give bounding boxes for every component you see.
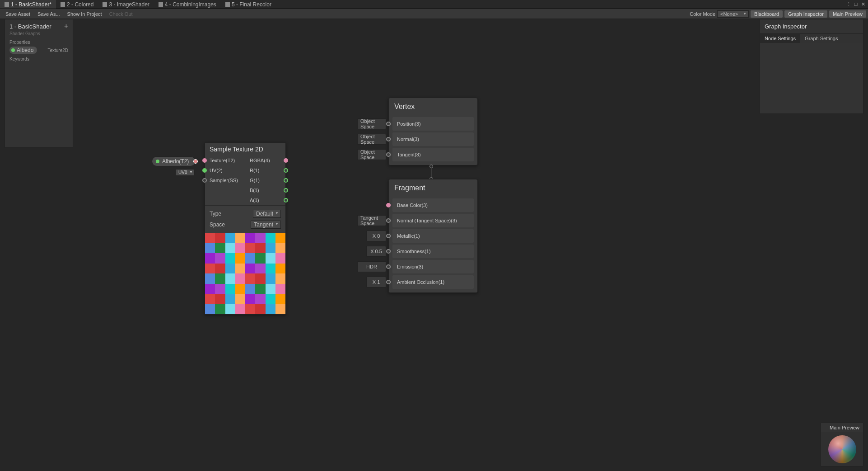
fragment-row-basecolor[interactable]: Base Color(3) [392, 198, 474, 212]
fragment-row-emission[interactable]: HDREmission(3) [392, 260, 474, 273]
blackboard-subtitle: Shader Graphs [5, 31, 73, 38]
port-label: Smoothness(1) [392, 249, 435, 254]
port-label: Metallic(1) [392, 233, 425, 239]
shader-icon [225, 2, 230, 7]
tab-label: 5 - Final Recolor [232, 1, 271, 8]
fragment-row-smoothness[interactable]: X 0.5Smoothness(1) [392, 245, 474, 258]
shader-icon [61, 2, 65, 7]
tab-combiningimages[interactable]: 4 - CombiningImages [154, 0, 221, 9]
node-title: Vertex [389, 98, 477, 115]
graph-canvas[interactable]: 1 - BasicShader + Shader Graphs Properti… [0, 19, 868, 471]
pre-label: X 0.5 [366, 246, 386, 257]
pre-label: Object Space [357, 134, 386, 145]
property-name: Albedo [17, 47, 33, 53]
pre-label: HDR [357, 261, 386, 272]
main-preview-panel[interactable]: Main Preview [821, 423, 863, 466]
inspector-title: Graph Inspector [760, 19, 863, 33]
shader-icon [5, 2, 9, 7]
input-port[interactable] [386, 249, 391, 254]
input-port[interactable] [386, 122, 391, 126]
preview-sphere [828, 435, 856, 463]
vertex-row-tangent[interactable]: Object SpaceTangent(3) [392, 148, 474, 161]
tab-label: 2 - Colored [67, 1, 93, 8]
main-preview-toggle[interactable]: Main Preview [829, 10, 866, 18]
output-port-r[interactable] [284, 168, 288, 173]
property-node-label: Albedo(T2) [162, 158, 189, 165]
property-dot-icon [156, 160, 159, 163]
uv-dropdown[interactable]: UV0 [175, 169, 195, 176]
blackboard-panel[interactable]: 1 - BasicShader + Shader Graphs Properti… [5, 19, 73, 148]
output-port-a[interactable] [284, 198, 288, 203]
fragment-master-node[interactable]: Fragment Base Color(3) Tangent SpaceNorm… [388, 179, 478, 293]
output-port[interactable] [193, 159, 198, 164]
properties-section: Properties [5, 38, 73, 46]
port-label: Normal (Tangent Space)(3) [392, 218, 462, 223]
port-label: RGBA(4) [245, 158, 275, 163]
tab-graph-settings[interactable]: Graph Settings [800, 34, 842, 43]
input-port[interactable] [386, 264, 391, 269]
graph-inspector-toggle[interactable]: Graph Inspector [784, 10, 827, 18]
input-port[interactable] [386, 137, 391, 141]
shader-icon [159, 2, 163, 7]
port-label: Emission(3) [392, 264, 428, 269]
input-port[interactable] [386, 280, 391, 284]
pre-label: Object Space [357, 118, 386, 129]
port-label: Position(3) [392, 121, 425, 127]
stack-connector [431, 166, 432, 179]
tab-colored[interactable]: 2 - Colored [56, 0, 98, 9]
save-asset-button[interactable]: Save Asset [2, 10, 34, 18]
pre-label: Object Space [357, 149, 386, 160]
port-label: G(1) [245, 178, 264, 183]
node-title: Sample Texture 2D [205, 143, 285, 155]
setting-label: Type [210, 211, 221, 217]
vertex-row-position[interactable]: Object SpacePosition(3) [392, 117, 474, 131]
save-as-button[interactable]: Save As... [34, 10, 64, 18]
port-label: Sampler(SS) [205, 178, 243, 183]
property-row-albedo[interactable]: Albedo Texture2D [5, 46, 73, 55]
input-port-sampler[interactable] [202, 178, 207, 183]
port-label: Ambient Occlusion(1) [392, 279, 449, 285]
tab-bar: 1 - BasicShader* 2 - Colored 3 - ImageSh… [0, 0, 868, 9]
tab-label: 1 - BasicShader* [11, 1, 51, 8]
main-preview-title: Main Preview [821, 423, 863, 432]
port-label: B(1) [245, 188, 264, 193]
menu-icon[interactable]: ⋮ [845, 1, 852, 8]
port-label: UV(2) [205, 168, 227, 173]
tab-imageshader[interactable]: 3 - ImageShader [98, 0, 154, 9]
output-port-b[interactable] [284, 188, 288, 193]
close-icon[interactable]: ✕ [860, 1, 866, 8]
input-port-basecolor[interactable] [386, 203, 391, 207]
maximize-icon[interactable]: □ [853, 1, 859, 8]
output-port-rgba[interactable] [284, 158, 288, 163]
add-property-button[interactable]: + [64, 22, 68, 30]
property-type: Texture2D [47, 48, 68, 53]
input-port-uv[interactable] [202, 168, 207, 173]
node-sample-texture-2d[interactable]: Sample Texture 2D Texture(T2) UV(2) Samp… [205, 142, 286, 315]
property-node-albedo[interactable]: Albedo(T2) [152, 156, 196, 166]
color-mode-label: Color Mode [690, 11, 715, 17]
fragment-row-normal[interactable]: Tangent SpaceNormal (Tangent Space)(3) [392, 214, 474, 227]
input-port[interactable] [386, 234, 391, 238]
type-dropdown[interactable]: Default [253, 210, 281, 218]
tab-label: 3 - ImageShader [109, 1, 149, 8]
tab-finalrecolor[interactable]: 5 - Final Recolor [221, 0, 276, 9]
graph-inspector-panel[interactable]: Graph Inspector Node Settings Graph Sett… [760, 19, 863, 114]
blackboard-title: 1 - BasicShader [9, 23, 51, 30]
output-port-g[interactable] [284, 178, 288, 183]
vertex-master-node[interactable]: Vertex Object SpacePosition(3) Object Sp… [388, 98, 478, 165]
fragment-row-metallic[interactable]: X 0Metallic(1) [392, 229, 474, 243]
input-port-texture[interactable] [202, 158, 207, 163]
fragment-row-ao[interactable]: X 1Ambient Occlusion(1) [392, 275, 474, 289]
tab-node-settings[interactable]: Node Settings [760, 34, 800, 43]
blackboard-toggle[interactable]: Blackboard [751, 10, 783, 18]
input-port[interactable] [386, 152, 391, 157]
vertex-row-normal[interactable]: Object SpaceNormal(3) [392, 132, 474, 146]
toolbar: Save Asset Save As... Show In Project Ch… [0, 9, 868, 19]
shader-icon [103, 2, 107, 7]
tab-basicshader[interactable]: 1 - BasicShader* [0, 0, 56, 9]
color-mode-dropdown[interactable]: <None> [717, 10, 749, 18]
port-label: Texture(T2) [205, 158, 239, 163]
input-port[interactable] [386, 218, 391, 223]
space-dropdown[interactable]: Tangent [251, 221, 281, 229]
show-in-project-button[interactable]: Show In Project [64, 10, 106, 18]
